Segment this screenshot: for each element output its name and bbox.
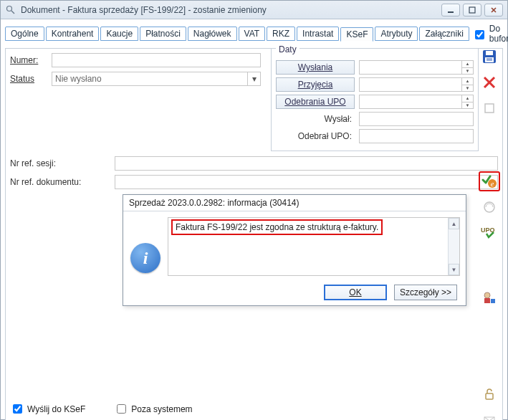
daty-odebral-upo-label: Odebrał UPO: <box>276 131 355 141</box>
scroll-down-icon[interactable]: ▼ <box>449 264 459 275</box>
user-tool-button[interactable] <box>479 287 500 307</box>
spin-up-icon[interactable]: ▲ <box>462 78 473 85</box>
side-toolbox: e UPO <box>479 47 500 420</box>
svg-point-18 <box>484 292 490 298</box>
disabled-tool-2 <box>479 409 500 420</box>
lock-button[interactable] <box>479 383 500 404</box>
nr-ref-sesji-label: Nr ref. sesji: <box>10 158 110 168</box>
do-bufora-label: Do bufora <box>489 24 508 44</box>
details-button[interactable]: Szczegóły >> <box>394 285 457 300</box>
svg-rect-20 <box>491 299 495 303</box>
app-window: Dokument - Faktura sprzedaży [FS-199/22]… <box>0 0 508 420</box>
tab-row: Ogólne Kontrahent Kaucje Płatności Nagłó… <box>5 24 503 44</box>
wyslij-do-ksef-label: Wyślij do KSeF <box>27 404 85 414</box>
nr-ref-dokumentu-label: Nr ref. dokumentu: <box>10 177 110 187</box>
delete-button[interactable] <box>479 72 500 92</box>
left-form: Numer: Status Nie wysłano ▾ <box>10 53 261 90</box>
info-dialog: Sprzedaż 2023.0.0.2982: informacja (3041… <box>123 194 466 306</box>
validate-einvoice-button[interactable]: e <box>479 171 500 191</box>
do-bufora-input[interactable] <box>475 30 484 39</box>
spin-down-icon[interactable]: ▼ <box>462 85 473 92</box>
nr-ref-dokumentu-input[interactable] <box>115 175 498 189</box>
daty-przyjecia-spinner[interactable]: ▲▼ <box>359 77 474 92</box>
upo-button[interactable]: UPO <box>479 223 500 243</box>
numer-label: Numer: <box>10 55 47 65</box>
daty-odebrania-upo-button[interactable]: Odebrania UPO <box>276 95 355 109</box>
tab-platnosci[interactable]: Płatności <box>140 27 186 41</box>
svg-rect-2 <box>448 11 454 13</box>
titlebar: Dokument - Faktura sprzedaży [FS-199/22]… <box>1 1 507 19</box>
window-controls <box>441 4 503 16</box>
daty-wyslania-button[interactable]: Wysłania <box>276 60 355 75</box>
tab-vat[interactable]: VAT <box>239 27 266 41</box>
poza-systemem-checkbox[interactable]: Poza systemem <box>114 402 192 416</box>
spin-up-icon[interactable]: ▲ <box>462 95 473 102</box>
disabled-tool-1 <box>479 98 500 118</box>
tab-rkz[interactable]: RKZ <box>267 27 295 41</box>
dialog-message: Faktura FS-199/22 jest zgodna ze struktu… <box>171 219 383 235</box>
poza-systemem-label: Poza systemem <box>131 404 192 414</box>
scroll-up-icon[interactable]: ▲ <box>449 218 459 229</box>
daty-odebrania-upo-spinner[interactable]: ▲▼ <box>359 95 474 109</box>
nr-ref-sesji-input[interactable] <box>115 156 498 171</box>
tab-zalaczniki[interactable]: Załączniki <box>419 27 469 41</box>
daty-wyslal-label: Wysłał: <box>276 114 355 124</box>
dialog-title: Sprzedaż 2023.0.0.2982: informacja (3041… <box>123 195 466 211</box>
daty-group: Daty Wysłania ▲▼ Przyjęcia ▲▼ Odebrania … <box>271 49 479 151</box>
do-bufora-checkbox[interactable]: Do bufora <box>472 24 508 44</box>
spin-down-icon[interactable]: ▼ <box>462 102 473 109</box>
daty-wyslal-input[interactable] <box>359 112 474 126</box>
tab-ksef[interactable]: KSeF <box>340 27 373 42</box>
tab-naglowek[interactable]: Nagłówek <box>188 27 237 41</box>
daty-przyjecia-button[interactable]: Przyjęcia <box>276 77 355 92</box>
status-label: Status <box>10 74 47 84</box>
daty-legend: Daty <box>276 44 299 54</box>
poza-systemem-input[interactable] <box>117 404 126 414</box>
tab-intrastat[interactable]: Intrastat <box>297 27 339 41</box>
tab-atrybuty[interactable]: Atrybuty <box>375 27 418 41</box>
close-button[interactable] <box>484 4 503 16</box>
tab-kontrahent[interactable]: Kontrahent <box>46 27 100 41</box>
refs-group: Nr ref. sesji: Nr ref. dokumentu: <box>10 156 498 194</box>
document-icon <box>5 4 16 16</box>
svg-line-1 <box>11 11 14 14</box>
svg-rect-21 <box>486 393 493 399</box>
spin-up-icon[interactable]: ▲ <box>462 61 473 68</box>
tab-kaucje[interactable]: Kaucje <box>100 27 138 41</box>
chevron-down-icon[interactable]: ▾ <box>247 72 260 85</box>
dialog-message-box: Faktura FS-199/22 jest zgodna ze struktu… <box>168 217 460 276</box>
info-icon: i <box>130 243 160 273</box>
status-value: Nie wysłano <box>52 72 247 85</box>
daty-odebral-upo-input[interactable] <box>359 129 474 143</box>
svg-rect-13 <box>485 104 494 113</box>
svg-point-0 <box>7 6 12 11</box>
wyslij-do-ksef-checkbox[interactable]: Wyślij do KSeF <box>10 402 85 416</box>
wyslij-do-ksef-input[interactable] <box>13 404 22 414</box>
save-button[interactable] <box>479 47 500 67</box>
ok-button[interactable]: OK <box>324 285 387 300</box>
svg-text:e: e <box>491 180 494 188</box>
spin-down-icon[interactable]: ▼ <box>462 68 473 75</box>
maximize-button[interactable] <box>463 4 481 16</box>
bottom-checks: Wyślij do KSeF Poza systemem <box>10 402 193 416</box>
status-combo[interactable]: Nie wysłano ▾ <box>52 72 261 86</box>
dialog-scrollbar[interactable]: ▲ ▼ <box>448 218 459 275</box>
daty-wyslania-spinner[interactable]: ▲▼ <box>359 60 474 75</box>
svg-rect-7 <box>486 51 493 55</box>
svg-rect-3 <box>469 7 475 13</box>
globe-refresh-button <box>479 197 500 217</box>
numer-input[interactable] <box>52 53 261 67</box>
tab-ogolne[interactable]: Ogólne <box>5 27 44 41</box>
minimize-button[interactable] <box>441 4 460 16</box>
window-title: Dokument - Faktura sprzedaży [FS-199/22]… <box>21 5 441 15</box>
svg-rect-19 <box>484 298 490 303</box>
